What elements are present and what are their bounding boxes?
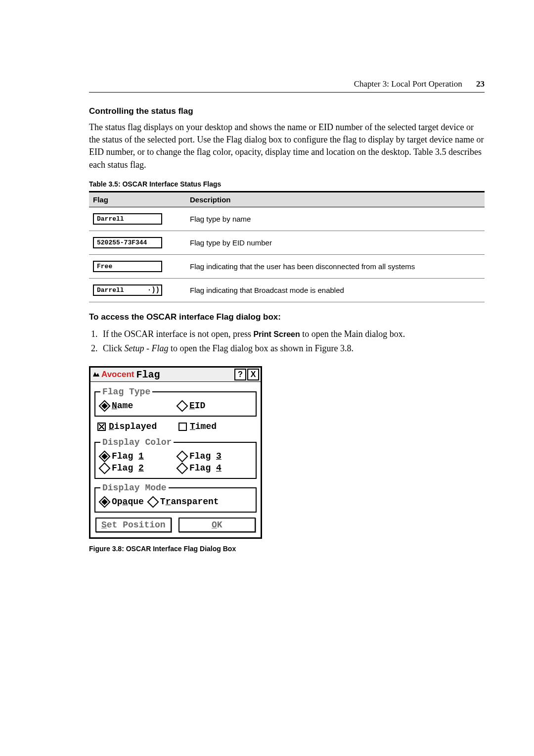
close-button[interactable]: X xyxy=(247,369,259,380)
checkbox-timed[interactable]: Timed xyxy=(178,422,254,431)
radio-flag-1[interactable]: Flag 1 xyxy=(100,451,173,461)
checkbox-displayed[interactable]: Displayed xyxy=(97,422,173,431)
radio-eid[interactable]: EID xyxy=(178,401,251,411)
dialog-title: Flag xyxy=(136,369,160,380)
radio-empty-icon xyxy=(176,462,188,474)
titlebar[interactable]: Avocent Flag ? X xyxy=(90,368,261,382)
broadcast-icon: ·)) xyxy=(147,286,160,294)
display-color-group: Display Color Flag 1 Flag 3 Flag 2 xyxy=(94,437,257,479)
flag-desc: Flag type by name xyxy=(186,207,485,231)
step-2: Click Setup - Flag to open the Flag dial… xyxy=(100,341,485,356)
radio-opaque[interactable]: Opaque xyxy=(100,497,144,507)
step-1: If the OSCAR interface is not open, pres… xyxy=(100,327,485,341)
table-row: 520255-73F344 Flag type by EID number xyxy=(89,231,485,254)
flag-example: Darrell·)) xyxy=(93,284,162,296)
flag-desc: Flag indicating that the user has been d… xyxy=(186,254,485,278)
set-position-button[interactable]: Set Position xyxy=(95,518,172,532)
brand-label: Avocent xyxy=(101,370,134,379)
logo-icon xyxy=(92,371,100,378)
flag-example: Darrell xyxy=(93,213,162,225)
ok-button[interactable]: OK xyxy=(178,518,256,532)
checkbox-empty-icon xyxy=(178,423,187,431)
table-row: Free Flag indicating that the user has b… xyxy=(89,254,485,278)
status-flags-table: Flag Description Darrell Flag type by na… xyxy=(89,191,485,302)
header-rule xyxy=(89,92,485,93)
radio-flag-3[interactable]: Flag 3 xyxy=(178,451,251,461)
radio-empty-icon xyxy=(176,400,188,412)
flag-desc: Flag indicating that Broadcast mode is e… xyxy=(186,278,485,302)
checkbox-checked-icon xyxy=(97,423,106,431)
radio-selected-icon xyxy=(98,400,110,412)
display-mode-legend: Display Mode xyxy=(100,483,169,493)
page-number: 23 xyxy=(464,79,485,89)
chapter-title: Chapter 3: Local Port Operation xyxy=(354,79,462,89)
table-caption: Table 3.5: OSCAR Interface Status Flags xyxy=(89,180,485,188)
flag-example: Free xyxy=(93,261,162,272)
radio-selected-icon xyxy=(98,496,110,508)
radio-empty-icon xyxy=(147,496,159,508)
flag-example: 520255-73F344 xyxy=(93,237,162,248)
section-body: The status flag displays on your desktop… xyxy=(89,121,485,171)
col-desc: Description xyxy=(186,191,485,207)
table-row: Darrell·)) Flag indicating that Broadcas… xyxy=(89,278,485,302)
radio-selected-icon xyxy=(98,450,110,462)
flag-dialog: Avocent Flag ? X Flag Type Name EID xyxy=(89,366,262,539)
help-button[interactable]: ? xyxy=(234,369,246,380)
flag-type-group: Flag Type Name EID xyxy=(94,387,257,417)
table-row: Darrell Flag type by name xyxy=(89,207,485,231)
radio-transparent[interactable]: Transparent xyxy=(149,497,251,507)
section-heading: Controlling the status flag xyxy=(89,106,485,116)
radio-name[interactable]: Name xyxy=(100,401,173,411)
radio-empty-icon xyxy=(98,462,110,474)
radio-flag-2[interactable]: Flag 2 xyxy=(100,463,173,473)
col-flag: Flag xyxy=(89,191,186,207)
section-heading: To access the OSCAR interface Flag dialo… xyxy=(89,312,485,322)
radio-empty-icon xyxy=(176,450,188,462)
flag-desc: Flag type by EID number xyxy=(186,231,485,254)
figure-caption: Figure 3.8: OSCAR Interface Flag Dialog … xyxy=(89,545,485,553)
radio-flag-4[interactable]: Flag 4 xyxy=(178,463,251,473)
display-mode-group: Display Mode Opaque Transparent xyxy=(94,483,257,513)
display-color-legend: Display Color xyxy=(100,437,174,447)
flag-type-legend: Flag Type xyxy=(100,387,152,397)
